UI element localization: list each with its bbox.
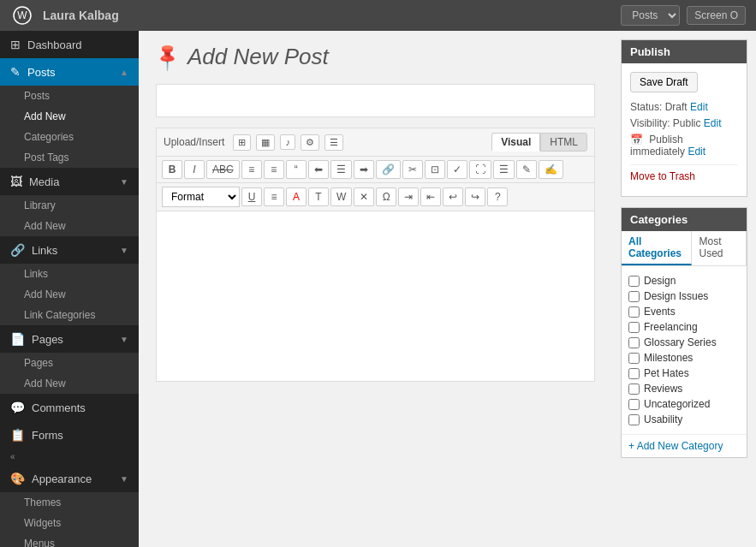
paste-text-btn[interactable]: T bbox=[308, 187, 329, 206]
appearance-icon: 🎨 bbox=[10, 472, 25, 485]
sidebar-item-label: Posts bbox=[27, 66, 56, 79]
category-checkbox[interactable] bbox=[628, 414, 640, 425]
right-sidebar: Publish Save Draft Status: Draft Edit Vi… bbox=[612, 31, 756, 547]
status-label: Status: bbox=[630, 101, 662, 113]
tab-visual[interactable]: Visual bbox=[491, 133, 540, 152]
align-right-btn[interactable]: ➡ bbox=[354, 160, 374, 179]
sidebar-item-appearance[interactable]: 🎨 Appearance ▼ bbox=[0, 465, 139, 492]
upload-bar: Upload/Insert ⊞ ▦ ♪ ⚙ ☰ Visual HTML bbox=[156, 128, 595, 156]
editor-toolbar-row1: B I ABC ≡ ≡ “ ⬅ ☰ ➡ 🔗 ✂ ⊡ ✓ ⛶ ☰ ✎ ✍ bbox=[156, 156, 595, 182]
category-checkbox[interactable] bbox=[628, 276, 640, 287]
submenu-menus[interactable]: Menus bbox=[0, 533, 139, 547]
category-checkbox[interactable] bbox=[628, 337, 640, 348]
bold-btn[interactable]: B bbox=[162, 160, 182, 179]
sidebar-item-forms[interactable]: 📋 Forms bbox=[0, 421, 139, 449]
dashboard-icon: ⊞ bbox=[10, 38, 21, 51]
italic-btn[interactable]: I bbox=[184, 160, 205, 179]
spellcheck-btn[interactable]: ✓ bbox=[447, 160, 467, 179]
submenu-link-categories[interactable]: Link Categories bbox=[0, 305, 139, 325]
sidebar-item-media[interactable]: 🖼 Media ▼ bbox=[0, 168, 139, 195]
sidebar-item-posts[interactable]: ✎ Posts ▲ bbox=[0, 58, 139, 86]
text-color-btn[interactable]: A bbox=[286, 187, 307, 206]
category-label: Events bbox=[644, 306, 676, 318]
editor-area[interactable] bbox=[156, 211, 595, 382]
publish-box-header: Publish bbox=[622, 40, 747, 63]
category-checkbox[interactable] bbox=[628, 368, 640, 379]
submenu-pages[interactable]: Pages bbox=[0, 353, 139, 373]
more-tag-btn[interactable]: ⊡ bbox=[425, 160, 445, 179]
sidebar-item-comments[interactable]: 💬 Comments bbox=[0, 394, 139, 421]
categories-tabs: All Categories Most Used bbox=[622, 231, 747, 266]
show-toolbar-btn[interactable]: ☰ bbox=[493, 160, 515, 179]
submenu-widgets[interactable]: Widgets bbox=[0, 513, 139, 533]
upload-flash-btn[interactable]: ☰ bbox=[324, 134, 343, 151]
publish-edit-link[interactable]: Edit bbox=[688, 146, 705, 158]
outdent-btn[interactable]: ⇤ bbox=[420, 187, 441, 206]
publish-box-content: Save Draft Status: Draft Edit Visibility… bbox=[622, 63, 747, 196]
help-btn[interactable]: ? bbox=[487, 187, 508, 206]
category-checkbox[interactable] bbox=[628, 322, 640, 333]
move-to-trash-link[interactable]: Move to Trash bbox=[630, 164, 738, 187]
visibility-label: Visibility: bbox=[630, 117, 670, 129]
tab-most-used[interactable]: Most Used bbox=[692, 231, 747, 265]
category-checkbox[interactable] bbox=[628, 399, 640, 410]
remove-link-btn[interactable]: ✂ bbox=[402, 160, 423, 179]
submenu-posts[interactable]: Posts bbox=[0, 86, 139, 106]
posts-dropdown[interactable]: Posts bbox=[621, 5, 680, 26]
category-checkbox[interactable] bbox=[628, 291, 640, 302]
justify-btn[interactable]: ≡ bbox=[264, 187, 284, 206]
status-edit-link[interactable]: Edit bbox=[690, 101, 708, 113]
add-new-category-link[interactable]: + Add New Category bbox=[622, 434, 747, 457]
category-checkbox[interactable] bbox=[628, 306, 640, 318]
paste-word-btn[interactable]: W bbox=[330, 187, 352, 206]
edit-btn[interactable]: ✎ bbox=[516, 160, 537, 179]
categories-list: DesignDesign IssuesEventsFreelancingGlos… bbox=[622, 266, 747, 434]
unordered-list-btn[interactable]: ≡ bbox=[241, 160, 262, 179]
save-draft-button[interactable]: Save Draft bbox=[630, 72, 698, 92]
screen-options-button[interactable]: Screen O bbox=[687, 6, 746, 25]
fullscreen-btn[interactable]: ⛶ bbox=[469, 160, 491, 179]
underline-btn[interactable]: U bbox=[241, 187, 262, 206]
format-select[interactable]: Format Paragraph Heading 1 Heading 2 Hea… bbox=[162, 187, 240, 207]
align-center-btn[interactable]: ☰ bbox=[330, 160, 352, 179]
sidebar-item-dashboard[interactable]: ⊞ Dashboard bbox=[0, 31, 139, 58]
submenu-pages-add-new[interactable]: Add New bbox=[0, 373, 139, 394]
category-checkbox[interactable] bbox=[628, 383, 640, 395]
blockquote-btn[interactable]: “ bbox=[286, 160, 307, 179]
visibility-edit-link[interactable]: Edit bbox=[704, 117, 722, 129]
upload-media-btn[interactable]: ⚙ bbox=[301, 134, 319, 151]
submenu-categories[interactable]: Categories bbox=[0, 127, 139, 147]
align-left-btn[interactable]: ⬅ bbox=[308, 160, 329, 179]
category-checkbox[interactable] bbox=[628, 353, 640, 364]
sidebar-item-pages[interactable]: 📄 Pages ▼ bbox=[0, 325, 139, 353]
tab-all-categories[interactable]: All Categories bbox=[622, 231, 692, 265]
post-title-input[interactable] bbox=[156, 84, 595, 117]
submenu-themes[interactable]: Themes bbox=[0, 492, 139, 513]
submenu-add-new[interactable]: Add New bbox=[0, 106, 139, 127]
submenu-media-add-new[interactable]: Add New bbox=[0, 216, 139, 236]
strikethrough-btn[interactable]: ABC bbox=[206, 160, 240, 179]
insert-link-btn[interactable]: 🔗 bbox=[376, 160, 401, 179]
ordered-list-btn[interactable]: ≡ bbox=[264, 160, 284, 179]
undo-btn[interactable]: ↩ bbox=[443, 187, 463, 206]
categories-box: Categories All Categories Most Used Desi… bbox=[621, 207, 747, 458]
redo-btn[interactable]: ↪ bbox=[465, 187, 485, 206]
submenu-links[interactable]: Links bbox=[0, 264, 139, 284]
submenu-links-add-new[interactable]: Add New bbox=[0, 284, 139, 305]
category-label: Glossary Series bbox=[644, 336, 717, 348]
category-label: Design bbox=[644, 275, 676, 287]
submenu-library[interactable]: Library bbox=[0, 195, 139, 216]
tab-html[interactable]: HTML bbox=[540, 133, 587, 152]
submenu-post-tags[interactable]: Post Tags bbox=[0, 147, 139, 168]
sidebar-collapse[interactable]: « bbox=[0, 449, 139, 465]
upload-video-btn[interactable]: ▦ bbox=[256, 134, 275, 151]
pen-btn[interactable]: ✍ bbox=[539, 160, 563, 179]
wordpress-logo[interactable]: W bbox=[10, 3, 34, 27]
upload-image-btn[interactable]: ⊞ bbox=[233, 134, 251, 151]
page-title: Add New Post bbox=[188, 44, 329, 70]
upload-audio-btn[interactable]: ♪ bbox=[280, 134, 295, 150]
sidebar-item-links[interactable]: 🔗 Links ▼ bbox=[0, 236, 139, 264]
remove-formatting-btn[interactable]: ✕ bbox=[354, 187, 374, 206]
special-chars-btn[interactable]: Ω bbox=[376, 187, 396, 206]
indent-btn[interactable]: ⇥ bbox=[398, 187, 419, 206]
